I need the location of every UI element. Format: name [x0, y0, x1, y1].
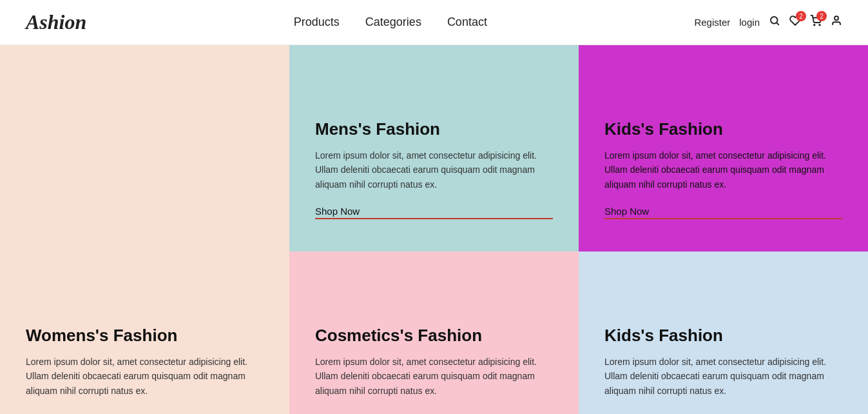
cart-badge: 2	[816, 11, 827, 21]
cosmetics-title: Cosmetics's Fashion	[315, 326, 553, 346]
mens-shop-now[interactable]: Shop Now	[315, 206, 553, 219]
svg-point-3	[819, 25, 820, 26]
svg-line-1	[776, 23, 778, 25]
kids-purple-title: Kids's Fashion	[604, 119, 842, 139]
mens-description: Lorem ipsum dolor sit, amet consectetur …	[315, 148, 553, 192]
kids-blue-description: Lorem ipsum dolor sit, amet consectetur …	[604, 355, 842, 398]
register-link[interactable]: Register	[694, 17, 730, 28]
womens-description: Lorem ipsum dolor sit, amet consectetur …	[26, 355, 264, 398]
user-button[interactable]	[831, 15, 842, 30]
logo: Ashion	[26, 10, 86, 34]
cosmetics-description: Lorem ipsum dolor sit, amet consectetur …	[315, 355, 553, 398]
kids-purple-description: Lorem ipsum dolor sit, amet consectetur …	[604, 148, 842, 192]
kids-purple-shop-now[interactable]: Shop Now	[604, 206, 842, 219]
nav-categories[interactable]: Categories	[365, 15, 421, 29]
main-nav: Products Categories Contact	[294, 15, 487, 29]
header-right: Register login 2 2	[694, 15, 842, 30]
card-kids-purple: Kids's Fashion Lorem ipsum dolor sit, am…	[579, 45, 868, 251]
category-grid: Womens's Fashion Lorem ipsum dolor sit, …	[0, 45, 868, 414]
svg-point-2	[814, 25, 815, 26]
header: Ashion Products Categories Contact Regis…	[0, 0, 868, 45]
card-cosmetics: Cosmetics's Fashion Lorem ipsum dolor si…	[289, 251, 579, 414]
login-link[interactable]: login	[739, 17, 760, 28]
nav-contact[interactable]: Contact	[447, 15, 487, 29]
cart-button[interactable]: 2	[810, 15, 822, 30]
wishlist-button[interactable]: 2	[789, 15, 801, 30]
svg-point-0	[771, 17, 778, 24]
search-button[interactable]	[769, 15, 780, 30]
card-mens: Mens's Fashion Lorem ipsum dolor sit, am…	[289, 45, 579, 251]
card-womens: Womens's Fashion Lorem ipsum dolor sit, …	[0, 45, 289, 414]
womens-title: Womens's Fashion	[26, 326, 264, 346]
nav-products[interactable]: Products	[294, 15, 340, 29]
kids-blue-title: Kids's Fashion	[604, 326, 842, 346]
mens-title: Mens's Fashion	[315, 119, 553, 139]
card-kids-blue: Kids's Fashion Lorem ipsum dolor sit, am…	[579, 251, 868, 414]
svg-point-4	[834, 16, 838, 20]
wishlist-badge: 2	[796, 11, 806, 21]
